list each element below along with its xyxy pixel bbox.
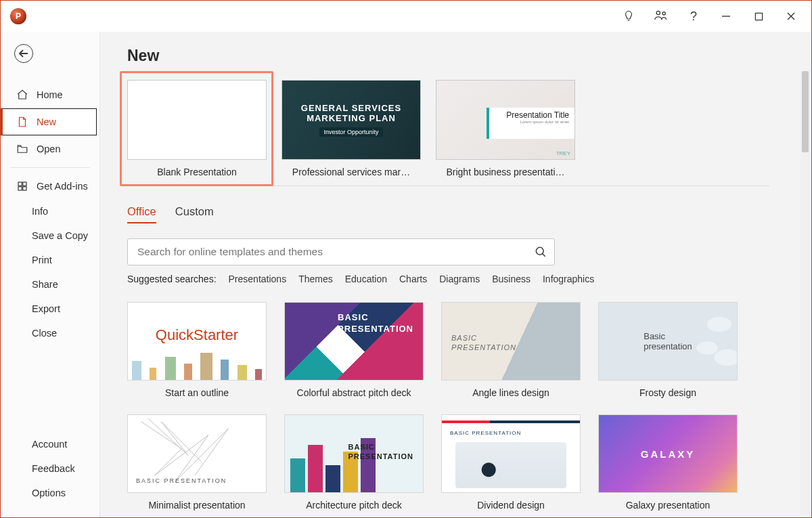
- svg-rect-6: [18, 182, 22, 186]
- back-button[interactable]: [14, 44, 33, 63]
- svg-rect-8: [18, 187, 22, 190]
- template-thumb: GENERAL SERVICESMARKETING PLAN Investor …: [281, 80, 421, 160]
- template-thumb: Presentation TitleLorem ipsum dolor sit …: [436, 80, 575, 160]
- sidebar-item-open[interactable]: Open: [1, 136, 99, 162]
- template-thumb: Basicpresentation: [598, 302, 738, 381]
- template-dividend[interactable]: BASIC PRESENTATION Dividend design: [441, 414, 581, 511]
- sidebar-label: Open: [37, 144, 60, 154]
- template-thumb: BASIC PRESENTATION: [441, 302, 581, 381]
- new-file-icon: [16, 116, 28, 128]
- close-button[interactable]: [775, 3, 807, 30]
- template-thumb: [127, 80, 267, 160]
- minimize-button[interactable]: [710, 3, 742, 30]
- template-label: Minimalist presentation: [127, 500, 267, 511]
- template-architecture[interactable]: BASICPRESENTATION Architecture pitch dec…: [284, 414, 424, 511]
- title-bar: P ?: [1, 1, 811, 32]
- account-icon[interactable]: [645, 3, 677, 30]
- suggested-searches: Suggested searches: Presentations Themes…: [127, 274, 811, 284]
- svg-rect-3: [755, 13, 762, 20]
- maximize-button[interactable]: [742, 3, 775, 30]
- template-bright-business[interactable]: Presentation TitleLorem ipsum dolor sit …: [436, 80, 575, 177]
- template-frosty[interactable]: Basicpresentation Frosty design: [598, 302, 738, 398]
- suggest-link[interactable]: Charts: [399, 274, 427, 284]
- suggest-link[interactable]: Business: [492, 274, 531, 284]
- sidebar-item-share[interactable]: Share: [1, 272, 99, 297]
- template-quickstarter[interactable]: QuickStarter: [127, 302, 267, 398]
- suggest-label: Suggested searches:: [127, 274, 217, 284]
- vertical-scrollbar[interactable]: [800, 71, 810, 515]
- sidebar-item-account[interactable]: Account: [1, 432, 99, 456]
- home-icon: [16, 89, 28, 101]
- help-icon[interactable]: ?: [677, 3, 710, 30]
- search-icon[interactable]: [534, 245, 547, 259]
- addins-icon: [16, 180, 28, 192]
- template-thumb: BASIC PRESENTATION: [127, 414, 267, 493]
- sidebar-item-new[interactable]: New: [1, 108, 97, 135]
- backstage-sidebar: Home New Open Get Add-ins Info Save a Co…: [1, 32, 100, 517]
- template-minimalist[interactable]: BASIC PRESENTATION Minimalist presentati…: [127, 414, 267, 511]
- search-input[interactable]: [136, 245, 534, 259]
- template-grid: QuickStarter: [127, 302, 811, 511]
- template-galaxy[interactable]: GALAXY Galaxy presentation: [598, 414, 738, 511]
- svg-rect-7: [23, 182, 26, 186]
- sidebar-label: Home: [37, 89, 63, 100]
- suggest-link[interactable]: Education: [345, 274, 387, 284]
- sidebar-item-save-copy[interactable]: Save a Copy: [1, 223, 99, 248]
- suggest-link[interactable]: Presentations: [229, 274, 287, 284]
- template-label: Professional services mar…: [281, 167, 421, 177]
- template-thumb: BASICPRESENTATION: [284, 302, 424, 381]
- template-search[interactable]: [127, 238, 555, 265]
- sidebar-item-print[interactable]: Print: [1, 248, 99, 272]
- template-colorful-abstract[interactable]: BASICPRESENTATION Colorful abstract pitc…: [284, 302, 424, 398]
- svg-point-1: [662, 12, 665, 15]
- sidebar-label: New: [37, 116, 56, 127]
- app-icon: P: [10, 8, 26, 24]
- template-thumb: BASICPRESENTATION: [284, 414, 424, 493]
- template-blank-presentation[interactable]: Blank Presentation: [127, 80, 267, 177]
- main-content: New Blank Presentation GENERAL SERVICESM…: [100, 32, 811, 517]
- sidebar-item-addins[interactable]: Get Add-ins: [1, 173, 99, 199]
- template-angle-lines[interactable]: BASIC PRESENTATION Angle lines design: [441, 302, 581, 398]
- sidebar-item-feedback[interactable]: Feedback: [1, 456, 99, 481]
- tab-office[interactable]: Office: [127, 205, 156, 223]
- page-title: New: [127, 47, 811, 65]
- sidebar-item-close[interactable]: Close: [1, 321, 99, 345]
- template-label: Frosty design: [598, 387, 738, 398]
- sidebar-label: Get Add-ins: [37, 181, 88, 192]
- template-professional-services[interactable]: GENERAL SERVICESMARKETING PLAN Investor …: [281, 80, 421, 177]
- svg-point-0: [656, 11, 660, 14]
- app-window: P ? Home: [0, 0, 812, 518]
- coming-soon-icon[interactable]: [612, 3, 645, 30]
- featured-templates-row: Blank Presentation GENERAL SERVICESMARKE…: [127, 80, 769, 186]
- scrollbar-thumb[interactable]: [802, 71, 809, 152]
- sidebar-item-options[interactable]: Options: [1, 481, 99, 505]
- template-label: Angle lines design: [441, 387, 581, 398]
- template-thumb: GALAXY: [598, 414, 738, 493]
- template-label: Bright business presentati…: [436, 167, 575, 177]
- open-folder-icon: [16, 143, 28, 155]
- template-label: Dividend design: [441, 500, 581, 511]
- template-label: Start an outline: [127, 387, 267, 398]
- sidebar-item-info[interactable]: Info: [1, 199, 99, 223]
- template-label: Colorful abstract pitch deck: [284, 387, 424, 398]
- template-source-tabs: Office Custom: [127, 205, 811, 223]
- sidebar-item-export[interactable]: Export: [1, 297, 99, 321]
- template-label: Galaxy presentation: [598, 500, 738, 511]
- suggest-link[interactable]: Diagrams: [439, 274, 480, 284]
- suggest-link[interactable]: Infographics: [543, 274, 594, 284]
- sidebar-item-home[interactable]: Home: [1, 82, 99, 108]
- template-label: Blank Presentation: [127, 167, 267, 177]
- template-thumb: QuickStarter: [127, 302, 267, 381]
- svg-line-11: [543, 254, 545, 257]
- suggest-link[interactable]: Themes: [298, 274, 333, 284]
- template-label: Architecture pitch deck: [284, 500, 424, 511]
- template-thumb: BASIC PRESENTATION: [441, 414, 581, 493]
- tab-custom[interactable]: Custom: [175, 205, 214, 223]
- svg-rect-9: [23, 187, 26, 190]
